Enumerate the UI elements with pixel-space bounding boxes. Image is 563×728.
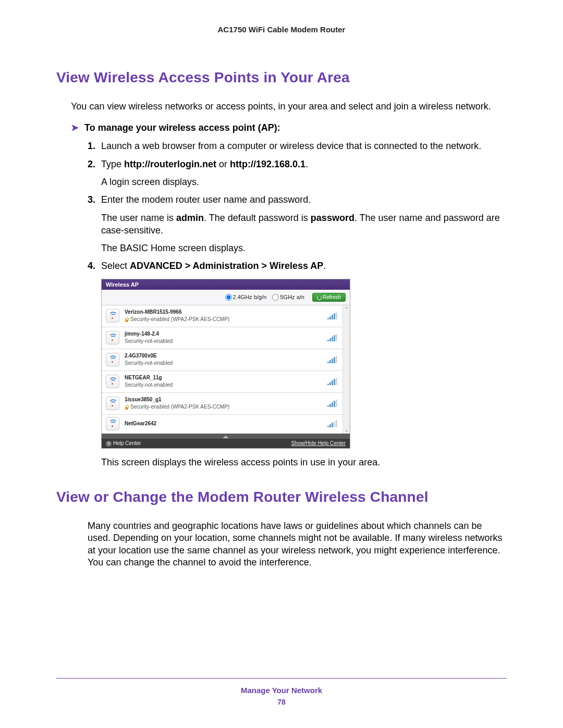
ap-info: Verizon-MBR1515-9966Security-enabled (WP… [125,309,327,323]
ap-row[interactable]: Verizon-MBR1515-9966Security-enabled (WP… [102,305,342,327]
show-hide-help-link[interactable]: Show/Hide Help Center [291,440,346,447]
procedure-heading: ➤To manage your wireless access point (A… [71,122,507,133]
signal-strength-icon [327,312,337,319]
panel-footer: ?Help Center Show/Hide Help Center [102,439,350,448]
panel-toolbar: 2.4GHz b/g/n 5GHz a/n Refresh [102,290,350,305]
ap-name: 1issue3850_g1 [125,396,327,403]
step-2: 2. Type http://routerlogin.net or http:/… [88,158,507,189]
ap-row[interactable]: NETGEAR_11gSecurity-not-enabled [102,371,342,393]
step-number: 1. [88,140,95,152]
lock-icon [125,317,129,322]
step-text: Type http://routerlogin.net or http://19… [101,159,308,169]
step-text: Enter the modem router user name and pas… [101,194,311,205]
ap-info: 2.4G3700x0ESecurity-not-enabled [125,352,327,367]
intro-paragraph-1: You can view wireless networks or access… [71,101,507,113]
ap-name: jimmy-148-2.4 [125,330,327,338]
scroll-up-icon[interactable]: ⌃ [343,305,350,313]
step-number: 3. [88,193,95,206]
wireless-ap-panel: Wireless AP 2.4GHz b/g/n 5GHz a/n Refres… [101,279,350,449]
step-3: 3. Enter the modem router user name and … [88,193,507,254]
chevron-up-icon [223,436,229,438]
scrollbar[interactable]: ⌃ ⌄ [342,305,350,434]
ap-row[interactable]: 2.4G3700x0ESecurity-not-enabled [102,349,342,371]
ap-scroll-area: Verizon-MBR1515-9966Security-enabled (WP… [102,305,350,434]
ap-name: NETGEAR_11g [125,374,327,381]
ap-row[interactable]: 1issue3850_g1Security-enabled (WPA2-PSK … [102,393,342,415]
band-24-option[interactable]: 2.4GHz b/g/n [225,294,267,300]
ap-row[interactable]: NetGear2642 [102,415,342,434]
step-number: 2. [88,158,95,170]
section-title-2: View or Change the Modem Router Wireless… [56,489,507,505]
step-1: 1. Launch a web browser from a computer … [88,140,507,152]
step-number: 4. [88,260,95,272]
step-subtext: A login screen displays. [101,176,507,188]
ap-row[interactable]: jimmy-148-2.4Security-not-enabled [102,327,342,349]
signal-strength-icon [327,420,337,427]
ap-info: 1issue3850_g1Security-enabled (WPA2-PSK … [125,396,327,411]
wifi-icon [106,331,119,344]
ap-name: Verizon-MBR1515-9966 [125,309,327,316]
wifi-icon [106,375,119,388]
wifi-icon [106,309,119,323]
signal-strength-icon [327,378,337,385]
wifi-icon [106,397,119,410]
ap-info: jimmy-148-2.4Security-not-enabled [125,330,327,345]
help-icon: ? [106,441,112,447]
wifi-icon [106,353,119,366]
step-subtext: The BASIC Home screen displays. [101,242,507,254]
page-footer: Manage Your Network 78 [56,678,507,706]
panel-titlebar: Wireless AP [102,279,350,290]
document-header: AC1750 WiFi Cable Modem Router [56,25,507,34]
signal-strength-icon [327,400,337,407]
signal-strength-icon [327,334,337,341]
band-24-radio[interactable] [225,294,232,301]
refresh-icon [317,295,322,300]
refresh-button[interactable]: Refresh [312,293,346,302]
band-24-label: 2.4GHz b/g/n [233,294,267,300]
step-subtext: The user name is admin. The default pass… [101,212,507,237]
wifi-icon [106,417,119,430]
signal-strength-icon [327,356,337,363]
after-screenshot-text: This screen displays the wireless access… [101,457,507,468]
help-center-link[interactable]: ?Help Center [106,440,141,447]
procedure-arrow-icon: ➤ [71,122,84,133]
panel-expand-arrow[interactable] [102,434,350,439]
step-text: Launch a web browser from a computer or … [101,141,481,151]
step-text: Select ADVANCED > Administration > Wirel… [101,261,326,271]
ap-info: NETGEAR_11gSecurity-not-enabled [125,374,327,389]
ap-info: NetGear2642 [125,420,327,427]
band-5-radio[interactable] [272,294,279,301]
section2-body: Many countries and geographic locations … [88,520,507,569]
footer-rule [56,678,507,678]
ap-security-label: Security-not-enabled [125,360,173,366]
footer-page-number: 78 [56,698,507,706]
band-5-label: 5GHz a/n [280,294,304,300]
lock-icon [125,405,129,410]
refresh-button-label: Refresh [323,294,341,300]
ap-name: NetGear2642 [125,420,327,427]
procedure-heading-text: To manage your wireless access point (AP… [84,122,280,133]
ap-security-label: Security-enabled (WPA2-PSK AES-CCMP) [125,404,229,410]
ap-name: 2.4G3700x0E [125,352,327,360]
footer-label: Manage Your Network [56,686,507,695]
ap-security-label: Security-not-enabled [125,338,173,344]
step-4: 4. Select ADVANCED > Administration > Wi… [88,260,507,272]
ap-security-label: Security-enabled (WPA2-PSK AES-CCMP) [125,316,229,322]
section-title-1: View Wireless Access Points in Your Area [56,69,507,86]
band-5-option[interactable]: 5GHz a/n [272,294,304,300]
ap-list: Verizon-MBR1515-9966Security-enabled (WP… [102,305,342,434]
ap-security-label: Security-not-enabled [125,382,173,388]
scroll-down-icon[interactable]: ⌄ [343,426,350,434]
procedure-steps: 1. Launch a web browser from a computer … [88,140,507,272]
